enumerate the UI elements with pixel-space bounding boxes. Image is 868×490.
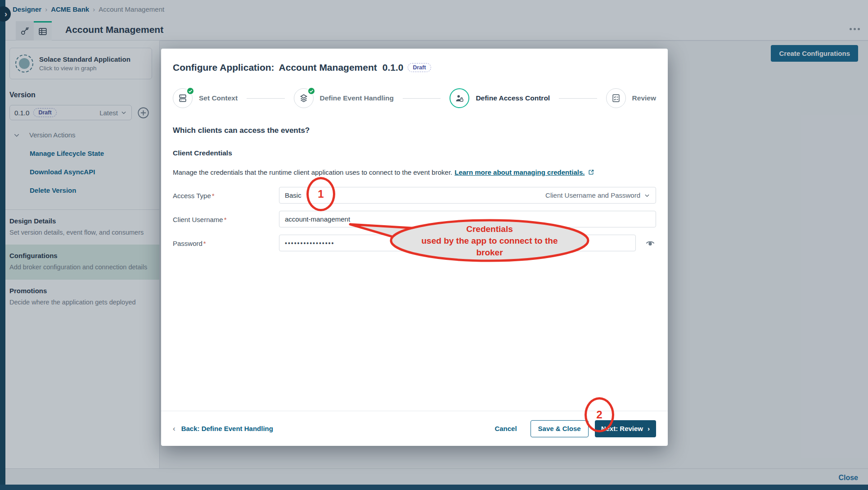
checklist-icon <box>611 93 621 103</box>
user-lock-icon <box>454 93 464 103</box>
step-label: Define Access Control <box>476 94 550 102</box>
step-complete-check-icon <box>307 87 315 95</box>
external-link-icon <box>588 169 594 176</box>
annotation-bubble-text: Credentials used by the app to connect t… <box>391 223 588 259</box>
access-type-value: Basic <box>285 191 301 199</box>
step-define-event-handling[interactable]: Define Event Handling <box>294 88 394 108</box>
modal-title-prefix: Configure Application: <box>173 62 274 73</box>
step-label: Define Event Handling <box>320 94 394 102</box>
eye-icon <box>645 238 656 249</box>
layers-icon <box>299 93 309 103</box>
modal-title-version: 0.1.0 <box>382 62 404 73</box>
server-icon <box>178 93 188 103</box>
step-set-context[interactable]: Set Context <box>173 88 238 108</box>
draft-badge: Draft <box>408 63 431 72</box>
client-credentials-heading: Client Credentials <box>173 149 656 157</box>
access-type-label: Access Type* <box>173 191 279 200</box>
back-button[interactable]: ‹ Back: Define Event Handling <box>173 424 273 433</box>
chevron-down-icon <box>644 192 650 199</box>
step-label: Review <box>632 94 656 102</box>
step-connector <box>403 98 441 99</box>
section-question: Which clients can access the events? <box>173 126 656 135</box>
step-connector <box>247 98 284 99</box>
access-type-select[interactable]: Basic Client Username and Password <box>279 187 656 204</box>
client-username-label: Client Username* <box>173 215 279 223</box>
wizard-stepper: Set Context Define Event Handling <box>173 88 656 108</box>
step-label: Set Context <box>199 94 238 102</box>
credentials-description: Manage the credentials that the runtime … <box>173 168 452 176</box>
password-masked-value: •••••••••••••••• <box>285 240 334 247</box>
step-complete-check-icon <box>186 87 194 95</box>
required-asterisk: * <box>224 216 227 223</box>
learn-more-link[interactable]: Learn more about managing credentials. <box>454 168 585 176</box>
chevron-right-icon: › <box>648 425 650 432</box>
required-asterisk: * <box>203 240 206 247</box>
chevron-left-icon: ‹ <box>173 424 175 433</box>
cancel-button[interactable]: Cancel <box>487 425 524 432</box>
save-and-close-button[interactable]: Save & Close <box>531 420 589 437</box>
modal-title-name: Account Management <box>279 62 377 73</box>
show-password-button[interactable] <box>645 238 656 249</box>
annotation-circle-2: 2 <box>585 397 614 432</box>
password-label: Password* <box>173 239 279 247</box>
step-connector <box>559 98 597 99</box>
step-review[interactable]: Review <box>606 88 656 108</box>
annotation-circle-1: 1 <box>306 177 335 211</box>
access-type-option: Client Username and Password <box>545 191 640 199</box>
step-define-access-control[interactable]: Define Access Control <box>450 88 550 108</box>
modal-title: Configure Application: Account Managemen… <box>173 62 656 73</box>
client-username-value: account-management <box>285 215 350 223</box>
required-asterisk: * <box>212 192 215 200</box>
